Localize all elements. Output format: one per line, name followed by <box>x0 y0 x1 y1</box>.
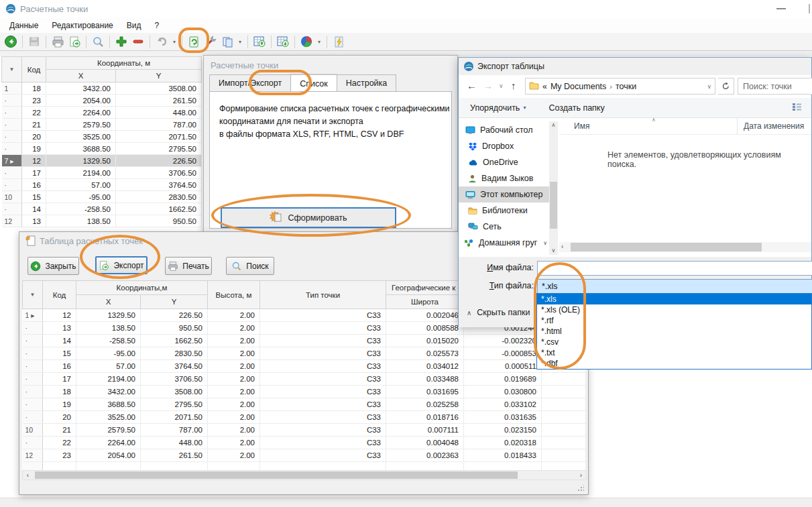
generate-button[interactable]: Сформировать <box>221 207 396 228</box>
horizontal-scrollbar[interactable]: ‹ › <box>22 470 587 480</box>
tab-settings[interactable]: Настройка <box>337 74 397 91</box>
resize-grip[interactable] <box>577 485 584 492</box>
table-row[interactable]: · 17 2194.00 3706.50 <box>2 167 202 179</box>
search-button[interactable]: Поиск <box>226 257 274 275</box>
dropdown-option-xls[interactable]: *.xls <box>537 294 811 304</box>
new-folder-button[interactable]: Создать папку <box>548 103 604 113</box>
hide-folders-button[interactable]: ∧ Скрыть папки <box>467 308 530 317</box>
copy-dropdown-caret[interactable]: ▾ <box>237 39 243 45</box>
column-header-date[interactable]: Дата изменения <box>744 121 804 131</box>
column-header-y[interactable]: Y <box>116 70 202 82</box>
menu-view[interactable]: Вид <box>120 19 148 32</box>
report-button[interactable] <box>331 34 346 49</box>
grid-selector-header[interactable]: ▼ <box>23 281 43 309</box>
search-box[interactable] <box>738 78 812 95</box>
scroll-left-arrow[interactable]: ‹ <box>23 471 33 480</box>
column-header-y[interactable]: Y <box>141 295 208 309</box>
dropdown-option-html[interactable]: *.html <box>537 326 811 337</box>
table-row[interactable]: · 16 57.00 3764.50 2.00 С33 0.034012 0.0… <box>23 360 586 373</box>
table-row[interactable]: 12 13 138.50 950.50 <box>2 215 202 227</box>
main-titlebar[interactable]: Расчетные точки <box>0 0 812 17</box>
table-row[interactable]: · 19 3688.50 2795.50 <box>2 143 202 155</box>
nav-back-icon[interactable]: ← <box>467 80 477 91</box>
refresh-button[interactable] <box>718 78 734 95</box>
column-header-latitude[interactable]: Широта <box>386 295 464 309</box>
scrollbar-thumb[interactable] <box>571 243 762 251</box>
grid-selector-header[interactable]: ▼ <box>2 57 22 82</box>
sidebar-item-dropbox[interactable]: Dropbox <box>459 138 549 154</box>
close-button[interactable]: Закрыть <box>27 257 79 275</box>
minimize-button[interactable] <box>776 8 786 9</box>
back-button[interactable] <box>3 34 18 49</box>
column-header-height[interactable]: Высота, м <box>208 281 260 309</box>
table-row[interactable]: · 14 -258.50 1662.50 2.00 С33 0.015020 -… <box>23 335 586 347</box>
table-row[interactable]: 1 18 3432.00 3508.00 <box>2 82 202 95</box>
table-row[interactable]: · 18 3432.00 3508.00 2.00 С33 0.031695 0… <box>23 386 586 398</box>
filename-input[interactable] <box>538 262 812 275</box>
scrollbar-down-arrow[interactable]: ∨ <box>549 247 558 255</box>
sidebar-item-libraries[interactable]: Библиотеки <box>459 203 549 219</box>
tab-list[interactable]: Список <box>290 74 337 92</box>
column-header-type[interactable]: Тип точки <box>260 281 386 309</box>
table-row[interactable]: 12 23 2054.00 261.50 2.00 С33 0.002363 0… <box>23 449 586 462</box>
table-row[interactable]: · 20 3525.00 2071.50 <box>2 131 202 143</box>
breadcrumb-my-documents[interactable]: My Documents <box>550 82 606 91</box>
table-row[interactable]: · 16 57.00 3764.50 <box>2 179 202 191</box>
table-row[interactable]: 7 ▸ 12 1329.50 226.50 <box>2 155 202 167</box>
table-row[interactable]: 10 21 2579.50 787.00 2.00 С33 0.007111 0… <box>23 424 586 437</box>
table-export-button[interactable] <box>252 34 267 49</box>
sidebar-item-user[interactable]: Вадим Зыков <box>459 170 549 186</box>
print-button[interactable] <box>50 34 65 49</box>
delete-row-button[interactable] <box>131 34 146 49</box>
save-button-disabled[interactable] <box>27 34 42 49</box>
sidebar-scrollbar[interactable]: ∧ ∨ <box>549 121 558 255</box>
print-button[interactable]: Печать <box>165 257 212 275</box>
sidebar-item-desktop[interactable]: Рабочий стол <box>459 122 549 138</box>
search-button[interactable] <box>91 34 105 49</box>
scrollbar-thumb[interactable] <box>550 182 557 229</box>
table-row[interactable]: · 15 -95.00 2830.50 2.00 С33 0.025573 -0… <box>23 347 586 360</box>
nav-up-icon[interactable]: ↑ <box>511 80 516 91</box>
scrollbar-up-arrow[interactable]: ∧ <box>549 121 558 129</box>
column-header-name[interactable]: Имя <box>574 121 589 131</box>
column-header-x[interactable]: X <box>76 295 141 309</box>
address-dropdown-icon[interactable]: ∨ <box>707 83 711 90</box>
menu-edit[interactable]: Редактирование <box>45 19 119 32</box>
add-row-button[interactable] <box>114 34 129 49</box>
scrollbar-thumb[interactable] <box>35 471 518 479</box>
dropdown-option-xls-ole[interactable]: *.xls (OLE) <box>537 304 811 315</box>
sidebar-item-homegroup[interactable]: Домашняя груг ∨ <box>459 235 549 251</box>
maximize-button-partial[interactable] <box>809 4 810 13</box>
sidebar-scroll-down-icon[interactable]: ∨ <box>543 240 547 246</box>
table-row[interactable]: · 23 2054.00 261.50 <box>2 95 202 107</box>
filetype-combobox[interactable]: *.xls <box>537 279 812 294</box>
column-header-code[interactable]: Код <box>43 281 76 309</box>
tab-import-export[interactable]: Импорт/Экспорт <box>209 74 291 91</box>
filename-field[interactable] <box>537 261 812 276</box>
nav-forward-icon[interactable]: → <box>483 80 493 91</box>
table-row[interactable]: · 20 3525.00 2071.50 2.00 С33 0.018716 0… <box>23 411 586 424</box>
sidebar-item-onedrive[interactable]: OneDrive <box>459 154 549 170</box>
scroll-right-arrow[interactable]: › <box>576 471 586 480</box>
menu-data[interactable]: Данные <box>3 19 45 32</box>
wrench-settings-button[interactable] <box>203 34 218 49</box>
dropdown-option-rtf[interactable]: *.rtf <box>537 315 811 326</box>
table-row[interactable]: · 21 2579.50 787.00 <box>2 119 202 131</box>
dropdown-option-dbf[interactable]: *.dbf <box>537 358 811 369</box>
organize-caret-icon[interactable]: ▾ <box>523 105 526 111</box>
export-document-button[interactable] <box>67 34 82 49</box>
table-import-button[interactable] <box>276 34 290 49</box>
address-bar[interactable]: « My Documents › точки ∨ <box>525 78 715 95</box>
column-header-x[interactable]: X <box>46 70 116 82</box>
table-row[interactable]: 10 15 -95.00 2830.50 <box>2 191 202 203</box>
table-row[interactable]: · 17 2194.00 3706.50 2.00 С33 0.033488 0… <box>23 373 586 386</box>
copy-pages-button[interactable] <box>220 34 235 49</box>
column-header-code[interactable]: Код <box>22 57 46 82</box>
export-button[interactable]: Экспорт <box>95 256 148 274</box>
scroll-left-arrow[interactable]: ‹ <box>561 243 563 250</box>
refresh-button[interactable] <box>186 34 201 49</box>
undo-button[interactable] <box>154 34 169 49</box>
nav-history-caret-icon[interactable]: ∨ <box>499 82 504 89</box>
table-row[interactable]: · 22 2264.00 448.00 2.00 С33 0.004048 0.… <box>23 437 586 449</box>
view-mode-icon[interactable] <box>792 103 802 113</box>
